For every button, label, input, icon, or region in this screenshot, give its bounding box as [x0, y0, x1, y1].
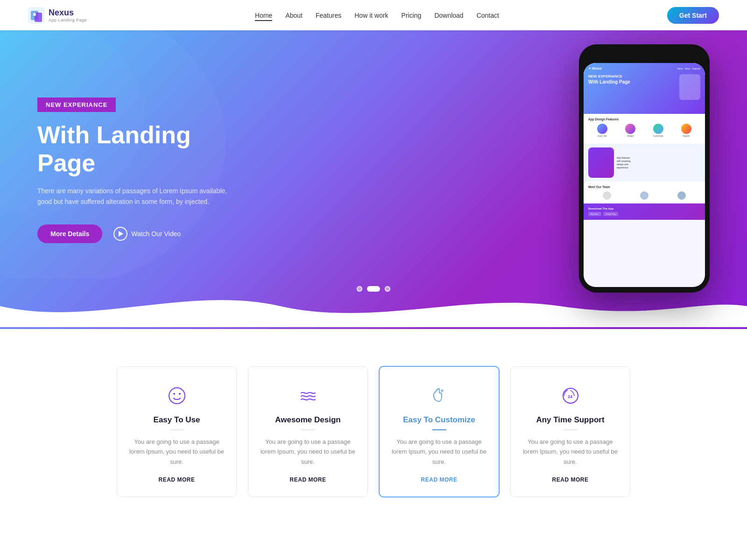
- clock-24-icon: 24: [561, 386, 580, 405]
- hero-description: There are many variations of passages of…: [37, 186, 243, 208]
- ps-download-section: Download The App App Store Google Play: [584, 203, 705, 220]
- ps-icon-label: Customize: [653, 135, 663, 137]
- nav-item-download[interactable]: Download: [434, 11, 463, 20]
- hero-section: NEW EXPERIANCE With Landing Page There a…: [0, 30, 747, 329]
- ps-icon-item: Customize: [653, 124, 663, 137]
- feature-read-more-4[interactable]: READ MORE: [552, 476, 589, 483]
- ps-nav-item: Home: [677, 68, 683, 70]
- feature-card-awesome-design: Awesome Design You are going to use a pa…: [248, 366, 368, 497]
- ps-hero-img: [679, 74, 700, 100]
- features-grid: Easy To Use You are going to use a passa…: [117, 366, 630, 497]
- feature-desc-2: You are going to use a passage lorem Ips…: [260, 437, 356, 467]
- ps-avatar: [603, 191, 611, 200]
- ps-nav: Home About Features: [677, 68, 700, 70]
- ps-icon-item: Easy Use: [597, 124, 607, 137]
- feature-card-easy-to-customize: Easy To Customize You are going to use a…: [379, 366, 499, 497]
- hero-badge: NEW EXPERIANCE: [37, 98, 116, 112]
- feature-divider-4: [564, 429, 578, 430]
- ps-icon-label: Support: [683, 135, 690, 137]
- feature-card-easy-to-use: Easy To Use You are going to use a passa…: [117, 366, 237, 497]
- ps-icon-circle: [681, 124, 691, 134]
- ps-avatar: [640, 191, 648, 200]
- logo-icon: [28, 7, 45, 24]
- svg-point-6: [169, 388, 185, 404]
- ps-appstore-btn: App Store: [588, 212, 601, 216]
- smiley-icon: [168, 386, 186, 405]
- svg-text:24: 24: [568, 394, 572, 399]
- nav-item-how-it-work[interactable]: How it work: [354, 11, 388, 20]
- feature-read-more-2[interactable]: READ MORE: [290, 476, 326, 483]
- phone-notch: [626, 50, 663, 59]
- ps-hand-text: App featureswith amazingdesign andexperi…: [617, 156, 630, 169]
- feature-title-4: Any Time Support: [522, 415, 619, 425]
- nav-link-how-it-work[interactable]: How it work: [354, 12, 388, 19]
- feature-card-any-time-support: 24 Any Time Support You are going to use…: [510, 366, 630, 497]
- feature-divider-1: [170, 429, 184, 430]
- waves-icon: [299, 386, 317, 405]
- feature-title-2: Awesome Design: [260, 415, 356, 425]
- navbar: Nexus App Landing Page Home About Featur…: [0, 0, 747, 30]
- phone-outer: ✦ Nexus Home About Features NEW EXPERIAN…: [579, 44, 710, 293]
- ps-playstore-btn: Google Play: [603, 212, 618, 216]
- feature-icon-clock-24: 24: [558, 384, 583, 408]
- ps-avatar: [677, 191, 686, 200]
- features-section: Easy To Use You are going to use a passa…: [0, 329, 747, 525]
- feature-icon-smiley: [165, 384, 189, 408]
- get-start-button[interactable]: Get Start: [667, 7, 719, 24]
- nav-item-home[interactable]: Home: [255, 11, 272, 20]
- dot-2-active[interactable]: [367, 286, 380, 292]
- feature-read-more-3[interactable]: READ MORE: [421, 476, 458, 483]
- watch-video-label: Watch Our Video: [131, 230, 181, 238]
- nav-item-pricing[interactable]: Pricing: [402, 11, 422, 20]
- ps-icon-item: Design: [625, 124, 635, 137]
- nav-item-about[interactable]: About: [285, 11, 303, 20]
- nav-item-contact[interactable]: Contact: [477, 11, 499, 20]
- ps-screen-header: ✦ Nexus Home About Features NEW EXPERIAN…: [584, 63, 705, 114]
- ps-icon-circle: [653, 124, 663, 134]
- nav-link-download[interactable]: Download: [434, 12, 463, 19]
- ps-icons-row: Easy Use Design Customize: [588, 124, 700, 137]
- ps-section-title: App Design Features: [588, 118, 700, 121]
- nav-link-about[interactable]: About: [285, 12, 303, 19]
- nav-link-pricing[interactable]: Pricing: [402, 12, 422, 19]
- watch-video-button[interactable]: Watch Our Video: [113, 227, 181, 241]
- dot-1[interactable]: [357, 286, 362, 292]
- nav-link-features[interactable]: Features: [316, 12, 341, 19]
- feature-icon-waves: [296, 384, 320, 408]
- hero-content: NEW EXPERIANCE With Landing Page There a…: [0, 60, 280, 299]
- phone-screen: ✦ Nexus Home About Features NEW EXPERIAN…: [584, 63, 705, 287]
- feature-desc-4: You are going to use a passage lorem Ips…: [522, 437, 619, 467]
- ps-download-title: Download The App: [588, 207, 700, 210]
- nav-link-home[interactable]: Home: [255, 12, 272, 21]
- phone-mockup: ✦ Nexus Home About Features NEW EXPERIAN…: [579, 44, 710, 293]
- phone-screen-inner: ✦ Nexus Home About Features NEW EXPERIAN…: [584, 63, 705, 220]
- nav-item-features[interactable]: Features: [316, 11, 341, 20]
- more-details-button[interactable]: More Details: [37, 224, 102, 243]
- ps-nav-item: Features: [692, 68, 700, 70]
- ps-icon-label: Design: [627, 135, 634, 137]
- ps-logo-text: ✦ Nexus: [588, 67, 602, 70]
- feature-read-more-1[interactable]: READ MORE: [159, 476, 195, 483]
- hero-title: With Landing Page: [37, 121, 252, 177]
- hero-actions: More Details Watch Our Video: [37, 224, 252, 243]
- ps-team-title: Meet Our Team: [588, 185, 700, 189]
- feature-icon-hand-stars: [427, 384, 451, 408]
- feature-divider-2: [301, 429, 315, 430]
- ps-download-buttons-row: App Store Google Play: [588, 212, 700, 216]
- feature-title-1: Easy To Use: [128, 415, 225, 425]
- nav-link-contact[interactable]: Contact: [477, 12, 499, 19]
- feature-desc-1: You are going to use a passage lorem Ips…: [128, 437, 225, 467]
- ps-icon-circle: [625, 124, 635, 134]
- ps-nav-item: About: [684, 68, 690, 70]
- nav-links: Home About Features How it work Pricing …: [255, 11, 499, 20]
- ps-team-section: Meet Our Team: [584, 182, 705, 203]
- logo[interactable]: Nexus App Landing Page: [28, 7, 87, 24]
- svg-point-3: [33, 13, 36, 16]
- play-icon: [113, 227, 127, 241]
- ps-icons-section: App Design Features Easy Use Design: [584, 114, 705, 144]
- ps-team-row: [588, 191, 700, 200]
- logo-title: Nexus: [49, 8, 87, 18]
- dot-3[interactable]: [385, 286, 390, 292]
- feature-desc-3: You are going to use a passage lorem Ips…: [391, 437, 487, 467]
- svg-point-8: [179, 393, 181, 395]
